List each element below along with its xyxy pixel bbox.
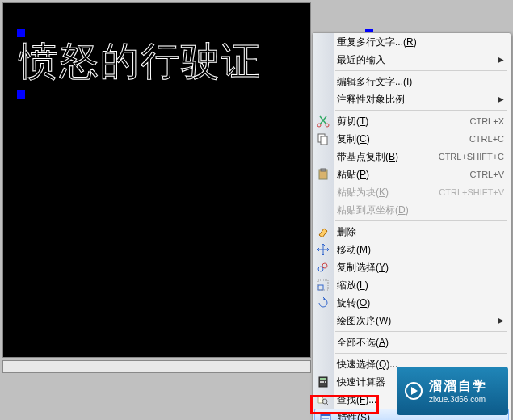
menu-scale[interactable]: 缩放(L) <box>313 276 511 294</box>
menu-recent-input[interactable]: 最近的输入 ▶ <box>313 51 511 69</box>
menu-copy[interactable]: 复制(C) CTRL+C <box>313 130 511 148</box>
menu-move[interactable]: 移动(M) <box>313 241 511 258</box>
menu-paste-original-coords: 粘贴到原坐标(D) <box>313 201 511 219</box>
menu-annotative-scale[interactable]: 注释性对象比例 ▶ <box>313 90 511 108</box>
svg-rect-12 <box>320 381 322 383</box>
grip-bottom-left[interactable] <box>17 90 25 99</box>
watermark-title: 溜溜自学 <box>429 378 487 395</box>
paste-icon <box>316 167 330 182</box>
menu-copy-basepoint[interactable]: 带基点复制(B) CTRL+SHIFT+C <box>313 148 511 166</box>
move-icon <box>316 242 330 257</box>
menu-separator <box>335 220 507 221</box>
chevron-right-icon: ▶ <box>498 312 504 330</box>
svg-rect-8 <box>318 285 323 290</box>
play-icon <box>405 382 423 400</box>
rotate-icon <box>316 296 330 310</box>
menu-paste[interactable]: 粘贴(P) CTRL+V <box>313 166 511 183</box>
drawing-canvas[interactable]: 愤怒的行驶证 <box>2 2 311 358</box>
svg-point-7 <box>322 263 327 268</box>
scissors-icon <box>316 114 330 128</box>
menu-cut[interactable]: 剪切(T) CTRL+X <box>313 112 511 130</box>
svg-rect-5 <box>321 169 326 171</box>
chevron-right-icon: ▶ <box>498 51 504 69</box>
menu-paste-as-block: 粘贴为块(K) CTRL+SHIFT+V <box>313 183 511 201</box>
menu-separator <box>335 331 507 332</box>
menu-rotate[interactable]: 旋转(O) <box>313 294 511 312</box>
menu-separator <box>335 353 507 354</box>
erase-icon <box>316 225 330 239</box>
copy-selection-icon <box>316 260 330 275</box>
menu-copy-selection[interactable]: 复制选择(Y) <box>313 258 511 276</box>
context-menu: 重复多行文字...(R) 最近的输入 ▶ 编辑多行文字...(I) 注释性对象比… <box>312 32 511 420</box>
menu-draw-order[interactable]: 绘图次序(W) ▶ <box>313 312 511 330</box>
chevron-right-icon: ▶ <box>498 90 504 108</box>
menu-repeat-mtext[interactable]: 重复多行文字...(R) <box>313 33 511 51</box>
watermark-url: zixue.3d66.com <box>429 395 487 404</box>
svg-point-0 <box>317 124 321 127</box>
svg-rect-11 <box>320 378 326 380</box>
menu-deselect-all[interactable]: 全部不选(A) <box>313 334 511 351</box>
mtext-object[interactable]: 愤怒的行驶证 <box>19 36 262 87</box>
menu-edit-mtext[interactable]: 编辑多行文字...(I) <box>313 73 511 90</box>
properties-icon <box>318 411 333 420</box>
svg-rect-3 <box>321 136 327 145</box>
grip-top-left[interactable] <box>17 29 25 37</box>
menu-erase[interactable]: 删除 <box>313 223 511 241</box>
find-icon <box>316 393 330 407</box>
svg-rect-14 <box>325 381 326 383</box>
watermark-badge: 溜溜自学 zixue.3d66.com <box>397 367 508 415</box>
copy-icon <box>316 132 330 146</box>
menu-separator <box>335 70 507 71</box>
svg-rect-17 <box>321 414 330 416</box>
svg-point-1 <box>326 124 329 127</box>
svg-rect-13 <box>322 381 324 383</box>
calculator-icon <box>316 375 330 389</box>
scale-icon <box>316 278 330 292</box>
menu-separator <box>335 110 507 111</box>
horizontal-scrollbar[interactable] <box>2 360 311 373</box>
